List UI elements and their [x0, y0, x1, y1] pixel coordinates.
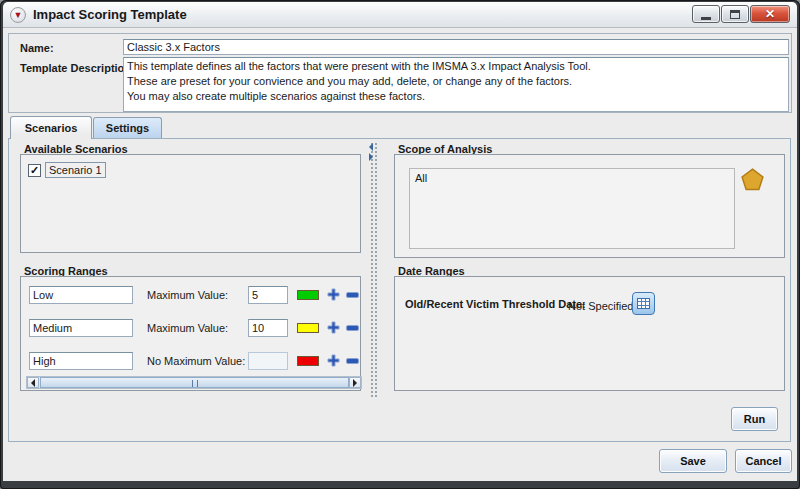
- remove-range-button[interactable]: [346, 325, 359, 332]
- titlebar: ▼ Impact Scoring Template ✕: [3, 2, 797, 28]
- color-swatch[interactable]: [297, 290, 319, 300]
- tab-settings-label: Settings: [106, 122, 149, 134]
- date-ranges-box: Old/Recent Victim Threshold Date: Not Sp…: [394, 276, 785, 391]
- range-value-input[interactable]: [248, 286, 288, 304]
- range-value-input-disabled: [248, 352, 288, 370]
- minus-icon: [346, 358, 359, 365]
- color-swatch[interactable]: [297, 323, 319, 333]
- dialog-content: Name: Template Description: This templat…: [3, 28, 797, 481]
- scenario-list[interactable]: ✓ Scenario 1: [20, 154, 361, 253]
- remove-range-button[interactable]: [346, 292, 359, 299]
- range-name-input[interactable]: [29, 319, 133, 337]
- window-title: Impact Scoring Template: [33, 7, 187, 22]
- horizontal-scrollbar[interactable]: [26, 376, 362, 389]
- add-range-button[interactable]: [327, 354, 340, 367]
- color-swatch[interactable]: [297, 356, 319, 366]
- threshold-date-label: Old/Recent Victim Threshold Date:: [405, 298, 586, 310]
- range-mid-label: No Maximum Value:: [147, 355, 245, 367]
- save-button[interactable]: Save: [659, 449, 727, 473]
- minus-icon: [346, 325, 359, 332]
- pentagon-icon: [740, 167, 765, 192]
- run-button[interactable]: Run: [731, 407, 778, 431]
- scroll-right-button[interactable]: [349, 377, 361, 388]
- tab-scenarios[interactable]: Scenarios: [10, 116, 92, 139]
- run-button-label: Run: [744, 413, 765, 425]
- scope-picker-button[interactable]: [740, 167, 765, 192]
- scope-item[interactable]: All: [410, 169, 734, 184]
- calendar-icon: [637, 298, 650, 309]
- range-mid-label: Maximum Value:: [147, 289, 228, 301]
- plus-icon: [327, 288, 340, 301]
- cancel-button-label: Cancel: [745, 455, 781, 467]
- name-input[interactable]: [123, 39, 789, 55]
- threshold-date-value: Not Specified: [568, 300, 633, 312]
- scoring-row: Maximum Value:: [21, 286, 361, 306]
- range-name-input[interactable]: [29, 286, 133, 304]
- description-label: Template Description:: [20, 62, 135, 74]
- calendar-button[interactable]: [632, 292, 655, 315]
- name-label: Name:: [20, 42, 54, 54]
- minimize-icon: [701, 17, 711, 20]
- plus-icon: [327, 321, 340, 334]
- close-button[interactable]: ✕: [750, 5, 790, 23]
- scroll-right-icon: [353, 379, 357, 387]
- scroll-left-icon: [31, 379, 35, 387]
- close-icon: ✕: [765, 7, 775, 21]
- scrollbar-grip: [192, 380, 198, 387]
- remove-range-button[interactable]: [346, 358, 359, 365]
- scoring-row: No Maximum Value:: [21, 352, 361, 372]
- scenario-label[interactable]: Scenario 1: [45, 162, 106, 178]
- collapse-left-icon[interactable]: [369, 143, 373, 151]
- maximize-icon: [730, 10, 740, 19]
- range-value-input[interactable]: [248, 319, 288, 337]
- scope-list[interactable]: All: [409, 168, 735, 249]
- split-divider[interactable]: [369, 141, 377, 397]
- app-icon: ▼: [10, 7, 26, 23]
- scrollbar-thumb[interactable]: [40, 377, 349, 388]
- scoring-ranges-box: Maximum Value: Maximum Value:: [20, 276, 361, 391]
- tab-settings[interactable]: Settings: [93, 117, 162, 138]
- minus-icon: [346, 292, 359, 299]
- cancel-button[interactable]: Cancel: [735, 449, 792, 473]
- maximize-button[interactable]: [721, 5, 749, 23]
- add-range-button[interactable]: [327, 288, 340, 301]
- range-mid-label: Maximum Value:: [147, 322, 228, 334]
- minimize-button[interactable]: [692, 5, 720, 23]
- list-item[interactable]: ✓ Scenario 1: [28, 162, 106, 178]
- add-range-button[interactable]: [327, 321, 340, 334]
- plus-icon: [327, 354, 340, 367]
- scope-box: All: [394, 154, 785, 258]
- scenario-checkbox[interactable]: ✓: [28, 164, 41, 177]
- header-panel: Name: Template Description: This templat…: [8, 33, 792, 113]
- impact-scoring-template-dialog: ▼ Impact Scoring Template ✕ Name: Templa…: [0, 0, 800, 489]
- save-button-label: Save: [680, 455, 706, 467]
- scroll-left-button[interactable]: [27, 377, 39, 388]
- range-name-input[interactable]: [29, 352, 133, 370]
- collapse-right-icon[interactable]: [369, 153, 373, 161]
- tab-scenarios-label: Scenarios: [25, 122, 78, 134]
- description-textarea[interactable]: This template defines all the factors th…: [123, 57, 789, 112]
- scoring-row: Maximum Value:: [21, 319, 361, 339]
